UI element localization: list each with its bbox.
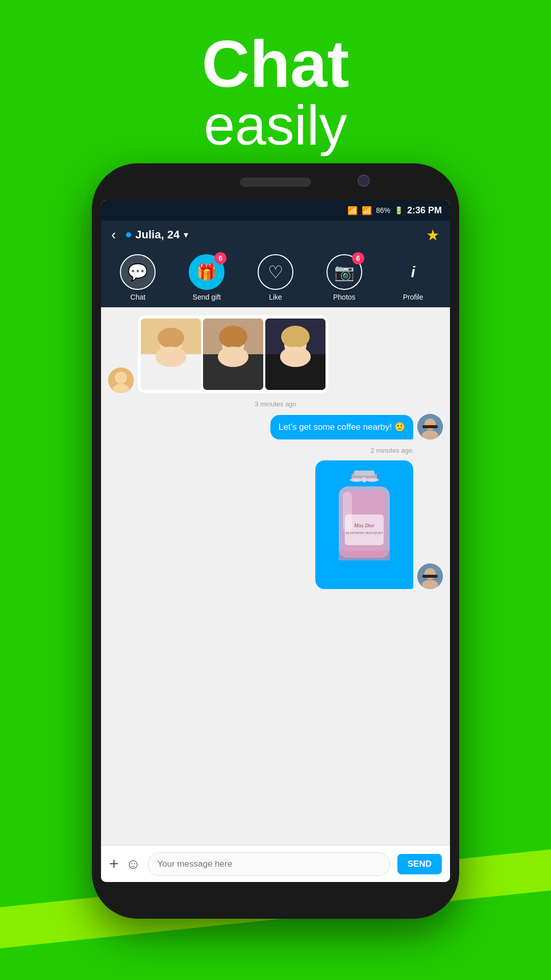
tab-chat-circle: 💬 [120, 254, 156, 290]
svg-point-12 [218, 347, 248, 367]
favorite-star-icon[interactable]: ★ [426, 226, 440, 244]
message-input[interactable] [147, 852, 390, 876]
online-indicator [126, 232, 131, 237]
photos-timestamp: 3 minutes ago [108, 400, 443, 408]
send-button[interactable]: SEND [397, 854, 442, 874]
tab-like-label: Like [269, 293, 282, 301]
gift-bubble: Miss Dior BLOOMING BOUQUET [315, 460, 413, 589]
emoji-button[interactable]: ☺ [126, 856, 141, 872]
input-bar: + ☺ SEND [101, 845, 450, 882]
svg-point-17 [280, 347, 311, 367]
svg-point-10 [219, 326, 247, 348]
camera-icon: 📷 [334, 262, 355, 282]
message-sent-gift: Miss Dior BLOOMING BOUQUET [108, 460, 443, 589]
svg-rect-25 [422, 575, 438, 578]
message-sent-text: Let's get some coffee nearby! 🙂 [108, 414, 443, 439]
header-section: Chat easily [0, 31, 551, 153]
user-avatar-2 [417, 564, 443, 589]
tab-profile-label: Profile [403, 293, 423, 301]
gift-icon: 🎁 [196, 262, 217, 282]
perfume-bottle-svg: Miss Dior BLOOMING BOUQUET [323, 469, 405, 581]
tab-chat-icon-wrap: 💬 [120, 254, 156, 290]
tab-gift-label: Send gift [193, 293, 221, 301]
tab-profile-icon-wrap: i [395, 254, 431, 290]
dropdown-icon[interactable]: ▾ [184, 229, 188, 240]
photo-grid-bubble [138, 315, 329, 393]
photo-thumb-1 [141, 318, 201, 390]
info-icon: i [411, 263, 415, 281]
svg-text:Miss Dior: Miss Dior [354, 523, 374, 528]
user-name: Julia, 24 [135, 228, 180, 241]
svg-point-7 [156, 347, 186, 367]
phone-speaker [240, 178, 311, 187]
tab-profile-circle: i [395, 254, 431, 290]
header-chat-text: Chat [0, 31, 551, 97]
user-avatar [417, 414, 443, 439]
battery-icon: 🔋 [394, 206, 403, 214]
sent-text-timestamp: 2 minutes ago [108, 447, 443, 454]
svg-point-5 [158, 328, 184, 348]
svg-rect-21 [422, 425, 438, 428]
header-easily-text: easily [0, 97, 551, 153]
chat-area[interactable]: 3 minutes ago Let's get some coffee near… [101, 307, 450, 845]
svg-text:BLOOMING BOUQUET: BLOOMING BOUQUET [346, 531, 384, 535]
tab-like-icon-wrap: ♡ [258, 254, 293, 290]
chat-icon: 💬 [128, 262, 148, 282]
tab-like-circle: ♡ [258, 254, 293, 290]
action-tabs: 💬 Chat 🎁 6 Send gift [101, 249, 450, 307]
message-received-photos [108, 315, 443, 393]
svg-rect-35 [343, 492, 352, 532]
svg-point-1 [115, 372, 127, 384]
tab-photos[interactable]: 📷 6 Photos [327, 254, 362, 301]
tab-profile[interactable]: i Profile [395, 254, 431, 301]
phone-outer-shell: 📶 📶 86% 🔋 2:36 PM ‹ Julia, 24 ▾ ★ [92, 163, 459, 919]
tab-send-gift[interactable]: 🎁 6 Send gift [189, 254, 224, 301]
photos-badge: 6 [352, 252, 364, 264]
status-time: 2:36 PM [407, 205, 442, 216]
svg-point-15 [281, 326, 310, 348]
phone-device: 📶 📶 86% 🔋 2:36 PM ‹ Julia, 24 ▾ ★ [92, 163, 459, 919]
battery-level: 86% [376, 206, 390, 214]
tab-photos-icon-wrap: 📷 6 [327, 254, 362, 290]
julia-avatar [108, 368, 134, 393]
svg-point-28 [362, 477, 367, 482]
tab-chat[interactable]: 💬 Chat [120, 254, 156, 301]
nav-bar: ‹ Julia, 24 ▾ ★ [101, 220, 450, 249]
wifi-icon: 📶 [347, 206, 358, 215]
tab-chat-label: Chat [131, 293, 146, 301]
sent-text-content: Let's get some coffee nearby! 🙂 [279, 422, 405, 432]
tab-gift-icon-wrap: 🎁 6 [189, 254, 224, 290]
tab-photos-label: Photos [333, 293, 356, 301]
phone-camera [358, 175, 370, 187]
signal-icon: 📶 [362, 206, 372, 215]
svg-rect-27 [354, 471, 374, 476]
heart-icon: ♡ [268, 262, 283, 282]
photo-thumb-2 [203, 318, 263, 390]
add-attachment-button[interactable]: + [109, 854, 119, 873]
phone-screen: 📶 📶 86% 🔋 2:36 PM ‹ Julia, 24 ▾ ★ [101, 200, 450, 882]
status-bar: 📶 📶 86% 🔋 2:36 PM [101, 200, 450, 220]
sent-text-bubble: Let's get some coffee nearby! 🙂 [270, 415, 413, 439]
back-button[interactable]: ‹ [111, 227, 116, 243]
svg-rect-34 [339, 550, 390, 560]
gift-badge: 6 [214, 252, 227, 264]
photo-thumb-3 [265, 318, 325, 390]
tab-like[interactable]: ♡ Like [258, 254, 293, 301]
